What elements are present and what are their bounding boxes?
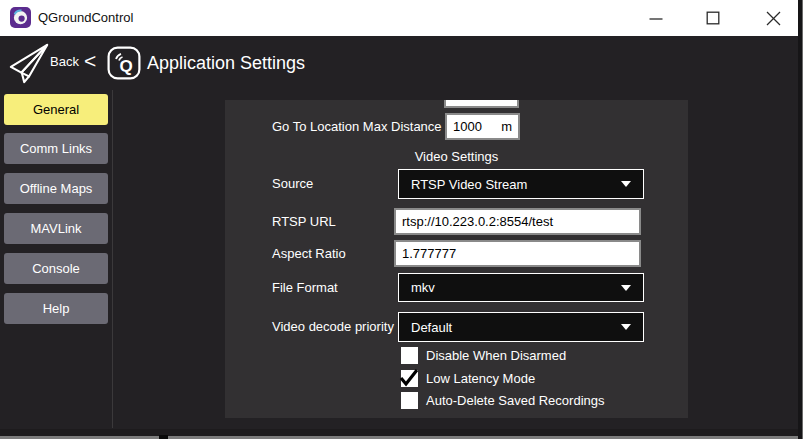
- rtsp-url-input[interactable]: rtsp://10.223.0.2:8554/test: [394, 208, 641, 235]
- disable-when-disarmed-row: Disable When Disarmed: [401, 347, 566, 364]
- check-icon: [398, 367, 420, 388]
- source-selected-value: RTSP Video Stream: [411, 177, 527, 192]
- max-distance-label: Go To Location Max Distance: [272, 113, 442, 140]
- source-label: Source: [272, 169, 313, 199]
- qgroundcontrol-window: QGroundControl Back <: [0, 0, 803, 439]
- sidebar-item-offline-maps[interactable]: Offline Maps: [4, 173, 108, 204]
- scrolled-input-partial[interactable]: [444, 100, 519, 108]
- max-distance-value: 1000: [453, 119, 482, 134]
- sidebar-item-help[interactable]: Help: [4, 293, 108, 324]
- file-format-selected-value: mkv: [411, 280, 435, 295]
- auto-delete-recordings-row: Auto-Delete Saved Recordings: [401, 392, 605, 409]
- sidebar-item-label: MAVLink: [30, 221, 81, 236]
- chevron-down-icon: [621, 285, 631, 291]
- sidebar-item-label: General: [33, 102, 79, 117]
- sidebar-item-label: Console: [32, 261, 80, 276]
- rtsp-url-label: RTSP URL: [272, 208, 336, 235]
- close-button[interactable]: [756, 3, 790, 33]
- decode-priority-dropdown[interactable]: Default: [398, 312, 644, 342]
- qgc-app-icon: [10, 7, 31, 28]
- source-dropdown[interactable]: RTSP Video Stream: [398, 169, 644, 199]
- auto-delete-recordings-checkbox[interactable]: [401, 392, 418, 409]
- bottom-edge-notch: [159, 435, 168, 439]
- window-title: QGroundControl: [38, 0, 133, 36]
- chevron-down-icon: [621, 324, 631, 330]
- file-format-dropdown[interactable]: mkv: [398, 273, 644, 302]
- file-format-label: File Format: [272, 273, 338, 302]
- maximize-button[interactable]: [696, 3, 730, 33]
- sidebar-item-console[interactable]: Console: [4, 253, 108, 284]
- aspect-ratio-input[interactable]: 1.777777: [394, 240, 641, 267]
- window-titlebar[interactable]: QGroundControl: [0, 0, 803, 36]
- minimize-button[interactable]: [639, 3, 673, 33]
- qgc-settings-logo-icon: Q: [107, 46, 141, 84]
- aspect-ratio-value: 1.777777: [402, 246, 456, 261]
- sidebar-item-label: Comm Links: [20, 141, 92, 156]
- back-button[interactable]: Back: [50, 36, 79, 90]
- aspect-ratio-label: Aspect Ratio: [272, 240, 346, 267]
- sidebar-item-mavlink[interactable]: MAVLink: [4, 213, 108, 244]
- disable-when-disarmed-checkbox[interactable]: [401, 347, 418, 364]
- settings-panel: Go To Location Max Distance 1000 m Video…: [225, 100, 688, 418]
- rtsp-url-value: rtsp://10.223.0.2:8554/test: [402, 214, 553, 229]
- svg-text:Q: Q: [119, 57, 132, 76]
- checkbox-label: Auto-Delete Saved Recordings: [426, 393, 605, 408]
- chevron-left-icon[interactable]: <: [84, 36, 96, 90]
- low-latency-mode-row: Low Latency Mode: [401, 370, 535, 387]
- video-settings-section-title: Video Settings: [225, 149, 688, 164]
- max-distance-unit: m: [501, 119, 512, 134]
- sidebar-item-comm-links[interactable]: Comm Links: [4, 133, 108, 164]
- chevron-down-icon: [621, 181, 631, 187]
- checkbox-label: Low Latency Mode: [426, 371, 535, 386]
- checkbox-label: Disable When Disarmed: [426, 348, 566, 363]
- vehicle-plane-icon[interactable]: [8, 42, 50, 90]
- max-distance-input[interactable]: 1000 m: [445, 113, 520, 140]
- sidebar-item-label: Offline Maps: [20, 181, 93, 196]
- decode-priority-selected-value: Default: [411, 320, 452, 335]
- decode-priority-label: Video decode priority: [272, 312, 394, 342]
- page-title: Application Settings: [147, 36, 305, 90]
- app-header: Back < Q Application Settings: [0, 36, 803, 90]
- sidebar-item-label: Help: [43, 301, 70, 316]
- low-latency-mode-checkbox[interactable]: [401, 370, 418, 387]
- sidebar-divider: [112, 90, 113, 428]
- sidebar-item-general[interactable]: General: [4, 94, 108, 125]
